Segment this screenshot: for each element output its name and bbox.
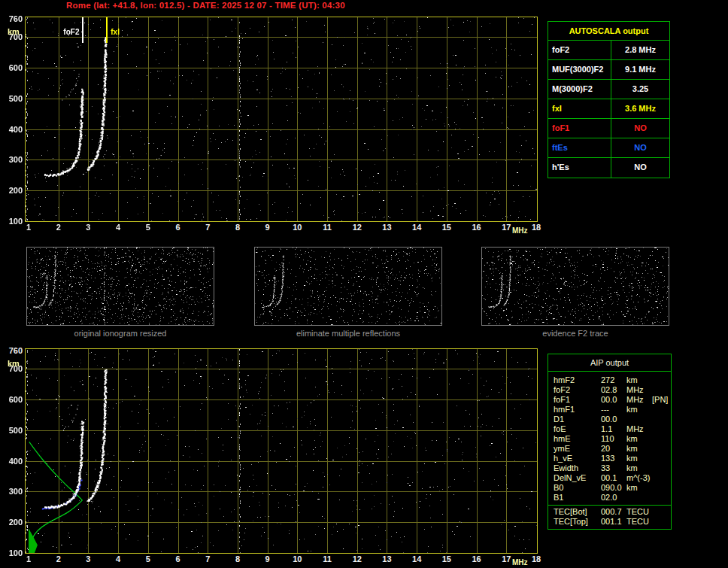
autoscala-row-label: fxI xyxy=(548,99,611,118)
aip-row-label: foF1 xyxy=(554,395,570,405)
aip-row: h_vE133km xyxy=(548,454,671,463)
x-tick-12: 12 xyxy=(350,554,365,563)
autoscala-row-value: 3.25 xyxy=(611,80,669,99)
thumbnail-multiples-panel xyxy=(254,247,442,326)
x-tick-12: 12 xyxy=(350,223,365,232)
y-tick-500: 500 xyxy=(3,426,23,435)
aip-row-label: TEC[Top] xyxy=(554,517,588,527)
aip-row-unit: km xyxy=(626,405,638,415)
aip-tec-rows: TEC[Bot]000.7TECUTEC[Top]001.1TECU xyxy=(548,507,671,529)
aip-row: hmF2272km xyxy=(548,375,671,385)
aip-row-value: 00.0 xyxy=(601,395,617,405)
x-tick-10: 10 xyxy=(290,554,305,563)
autoscala-row-label: MUF(3000)F2 xyxy=(548,60,611,79)
aip-row-value: 090.0 xyxy=(601,483,622,493)
y-axis-unit-km: km xyxy=(8,359,20,368)
aip-row-value: 110 xyxy=(601,434,614,444)
y-tick-600: 600 xyxy=(3,395,23,404)
x-tick-1: 1 xyxy=(21,223,36,232)
aip-row-label: ymE xyxy=(554,444,570,454)
aip-row: hmF1---km xyxy=(548,405,671,415)
thumbnail-f2trace-panel xyxy=(481,247,669,326)
aip-row-label: TEC[Bot] xyxy=(554,507,587,517)
aip-row-value: 1.1 xyxy=(601,424,612,434)
aip-output-table: AIP output hmF2272kmfoF202.8MHzfoF100.0M… xyxy=(548,354,672,530)
x-tick-7: 7 xyxy=(200,554,215,563)
autoscala-output-rows: foF22.8 MHzMUF(3000)F29.1 MHzM(3000)F23.… xyxy=(548,41,669,178)
aip-row-label: D1 xyxy=(554,415,564,424)
aip-row-unit: m^(-3) xyxy=(626,473,650,483)
x-tick-4: 4 xyxy=(111,223,126,232)
x-tick-8: 8 xyxy=(230,554,245,563)
aip-row-label: B0 xyxy=(554,483,563,493)
aip-row: D100.0 xyxy=(548,415,671,424)
x-tick-9: 9 xyxy=(260,223,275,232)
aip-row-label: DelN_vE xyxy=(554,473,586,483)
autoscala-row-value: NO xyxy=(611,119,669,138)
aip-row-label: Ewidth xyxy=(554,463,578,473)
x-tick-15: 15 xyxy=(439,223,454,232)
aip-tec-separator xyxy=(548,505,671,506)
autoscala-row: foF22.8 MHz xyxy=(548,41,669,60)
aip-row-unit: TECU xyxy=(626,507,649,517)
aip-row-label: h_vE xyxy=(554,454,572,463)
x-tick-6: 6 xyxy=(171,554,186,563)
aip-row-value: 000.7 xyxy=(601,507,622,517)
x-axis-unit-mhz: MHz xyxy=(512,558,528,566)
autoscala-row-value: NO xyxy=(611,138,669,157)
x-tick-11: 11 xyxy=(320,554,335,563)
autoscala-row: h'EsNO xyxy=(548,158,669,178)
x-tick-3: 3 xyxy=(80,554,96,563)
aip-row-label: hmF2 xyxy=(554,375,575,385)
y-tick-300: 300 xyxy=(3,487,23,496)
autoscala-row: M(3000)F23.25 xyxy=(548,80,669,99)
x-tick-3: 3 xyxy=(80,223,96,232)
thumbnail-multiples-caption: eliminate multiple reflections xyxy=(254,329,442,338)
ionogram-bottom-panel xyxy=(25,348,538,554)
autoscala-row-label: foF1 xyxy=(548,119,611,138)
aip-row-unit: km xyxy=(626,463,638,473)
y-tick-200: 200 xyxy=(3,186,23,195)
aip-row-value: 20 xyxy=(601,444,610,454)
x-tick-4: 4 xyxy=(111,554,126,563)
y-tick-100: 100 xyxy=(3,217,23,226)
autoscala-row-label: ftEs xyxy=(548,138,611,157)
x-tick-10: 10 xyxy=(290,223,305,232)
aip-row-value: 133 xyxy=(601,454,614,463)
thumbnail-multiples-canvas xyxy=(255,248,441,325)
aip-row-value: 02.0 xyxy=(601,493,617,503)
y-tick-760: 760 xyxy=(3,14,23,23)
aip-row: hmE110km xyxy=(548,434,671,444)
aip-row-unit: MHz xyxy=(626,424,644,434)
autoscala-row-value: NO xyxy=(611,158,669,178)
autoscala-output-title: AUTOSCALA output xyxy=(548,22,669,41)
station-date-header: Rome (lat: +41.8, lon: 012.5) - DATE: 20… xyxy=(66,1,345,11)
aip-row-label: foE xyxy=(554,424,566,434)
thumbnail-original-panel xyxy=(26,247,214,326)
aip-output-title: AIP output xyxy=(548,354,671,372)
aip-row: foF202.8MHz xyxy=(548,385,671,395)
foF2-marker-label: foF2 xyxy=(55,28,79,36)
ionogram-top-panel xyxy=(25,17,538,222)
ionogram-top-canvas xyxy=(26,17,537,221)
aip-row: B0090.0km xyxy=(548,483,671,493)
x-tick-1: 1 xyxy=(21,554,36,563)
autoscala-row-label: h'Es xyxy=(548,158,611,178)
autoscala-row: ftEsNO xyxy=(548,138,669,158)
autoscala-row-value: 3.6 MHz xyxy=(611,99,669,118)
aip-row: TEC[Bot]000.7TECU xyxy=(548,507,671,517)
aip-row: B102.0 xyxy=(548,493,671,503)
aip-row-unit: km xyxy=(626,483,638,493)
autoscala-screen: { "title": "Rome (lat: +41.8, lon: 012.5… xyxy=(0,0,728,568)
autoscala-output-table: AUTOSCALA output foF22.8 MHzMUF(3000)F29… xyxy=(548,21,670,178)
aip-output-rows: hmF2272kmfoF202.8MHzfoF100.0MHz[PN]hmF1-… xyxy=(548,372,671,503)
aip-row-value: 001.1 xyxy=(601,517,622,527)
y-axis-unit-km: km xyxy=(8,27,20,36)
y-tick-500: 500 xyxy=(3,94,23,103)
aip-row-value: 33 xyxy=(601,463,610,473)
x-tick-13: 13 xyxy=(379,223,394,232)
aip-row-unit: km xyxy=(626,375,638,385)
aip-row-label: foF2 xyxy=(554,385,570,395)
x-tick-16: 16 xyxy=(469,223,484,232)
y-tick-600: 600 xyxy=(3,63,23,72)
